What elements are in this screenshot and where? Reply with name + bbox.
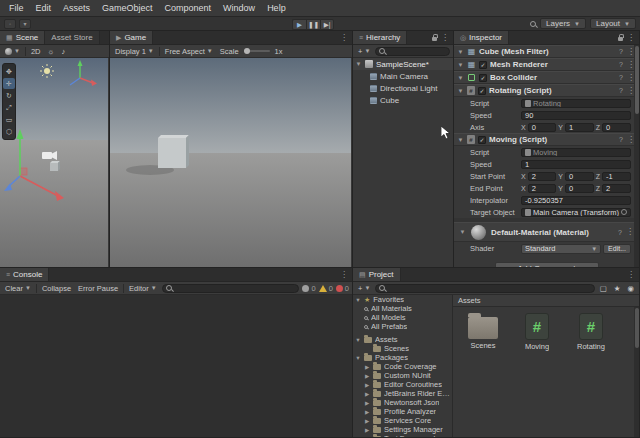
cloud-services-icon[interactable]: ▾ [19,19,31,29]
menu-help[interactable]: Help [261,3,292,13]
menu-assets[interactable]: Assets [57,3,96,13]
enabled-checkbox[interactable]: ✓ [478,136,486,144]
move-tool-icon[interactable]: ✛ [3,78,15,89]
lock-icon[interactable] [432,37,437,41]
project-scrollbar[interactable] [634,307,639,437]
script-object-field[interactable]: Rotating [521,99,631,108]
view-tool-icon[interactable]: ✥ [3,66,15,77]
component-menu-icon[interactable]: ⋮ [626,228,634,236]
tree-package-settings-manager[interactable]: ▶Settings Manager [353,425,452,434]
game-menu-icon[interactable]: ⋮ [340,34,348,42]
foldout-icon[interactable]: ▶ [364,400,370,406]
menu-edit[interactable]: Edit [30,3,58,13]
foldout-icon[interactable]: ▼ [355,297,361,303]
console-search-input[interactable] [162,284,300,293]
foldout-icon[interactable]: ▶ [364,382,370,388]
tab-console[interactable]: ≡Console [0,268,49,281]
hierarchy-search-input[interactable] [375,47,450,56]
tree-package-jetbrains-rider[interactable]: ▶JetBrains Rider Editor [353,389,452,398]
foldout-icon[interactable]: ▼ [355,337,361,343]
foldout-icon[interactable]: ▶ [364,364,370,370]
error-pause-toggle[interactable]: Error Pause [76,284,120,293]
tab-project[interactable]: ▤Project [353,268,401,281]
tree-package-code-coverage[interactable]: ▶Code Coverage [353,362,452,371]
warning-filter-toggle[interactable]: 0 [319,284,333,293]
foldout-icon[interactable]: ▶ [364,436,370,438]
component-header-mesh-renderer[interactable]: ▼ ▦ ✓ Mesh Renderer ?⋮ [454,58,639,71]
search-icon[interactable] [530,21,536,27]
menu-component[interactable]: Component [159,3,218,13]
tree-package-newtonsoft-json[interactable]: ▶Newtonsoft Json [353,398,452,407]
enabled-checkbox[interactable]: ✓ [479,61,487,69]
asset-moving-script[interactable]: # Moving [515,313,559,351]
material-header[interactable]: ▼ Default-Material (Material) ?⋮ [454,222,639,242]
help-icon[interactable]: ? [619,48,623,55]
foldout-icon[interactable]: ▶ [364,418,370,424]
tree-all-materials[interactable]: All Materials [353,304,452,313]
scene-lighting-toggle-icon[interactable]: ☼ [46,47,57,56]
help-icon[interactable]: ? [619,74,623,81]
end-z-input[interactable]: 2 [602,184,631,193]
inspector-menu-icon[interactable]: ⋮ [627,34,635,42]
enabled-checkbox[interactable]: ✓ [478,87,486,95]
start-z-input[interactable]: -1 [602,172,631,181]
foldout-icon[interactable]: ▶ [364,391,370,397]
help-icon[interactable]: ? [619,61,623,68]
axis-y-input[interactable]: 1 [565,123,594,132]
shader-dropdown[interactable]: Standard▼ [521,244,601,254]
filter-by-type-icon[interactable]: ▢ [598,284,609,293]
component-header-rotating-script[interactable]: ▼ # ✓ Rotating (Script) ?⋮ [454,84,639,97]
axis-x-input[interactable]: 0 [528,123,557,132]
menu-gameobject[interactable]: GameObject [96,3,159,13]
foldout-icon[interactable]: ▼ [355,61,362,67]
component-header-mesh-filter[interactable]: ▼ ▦ Cube (Mesh Filter) ?⋮ [454,45,639,58]
scrollbar-thumb[interactable] [635,46,639,114]
script-object-field[interactable]: Moving [521,148,631,157]
layout-dropdown[interactable]: Layout▼ [590,18,636,29]
2d-toggle[interactable]: 2D [29,47,43,56]
help-icon[interactable]: ? [619,136,623,143]
tree-favorites[interactable]: ▼★Favorites [353,295,452,304]
axis-z-input[interactable]: 0 [602,123,631,132]
hierarchy-menu-icon[interactable]: ⋮ [441,34,449,42]
end-y-input[interactable]: 0 [565,184,594,193]
shader-edit-button[interactable]: Edit... [603,244,631,254]
rect-tool-icon[interactable]: ▭ [3,114,15,125]
account-icon[interactable]: ◦ [4,19,16,29]
foldout-icon[interactable]: ▼ [457,75,464,81]
foldout-icon[interactable]: ▼ [457,49,464,55]
clear-button[interactable]: Clear▼ [3,284,33,293]
menu-file[interactable]: File [3,3,30,13]
scale-tool-icon[interactable]: ⤢ [3,102,15,113]
info-filter-toggle[interactable]: 0 [302,284,315,293]
asset-scenes-folder[interactable]: Scenes [461,313,505,351]
tree-packages[interactable]: ▼Packages [353,353,452,362]
error-filter-toggle[interactable]: 0 [336,284,349,293]
component-header-box-collider[interactable]: ▼ ✓ Box Collider ?⋮ [454,71,639,84]
project-search-input[interactable] [375,284,594,293]
target-object-field[interactable]: Main Camera (Transform) [521,208,631,217]
scale-slider[interactable] [244,50,270,52]
foldout-icon[interactable]: ▶ [364,409,370,415]
scene-view[interactable]: ✥ ✛ ↻ ⤢ ▭ ⬡ [0,58,109,267]
tab-game[interactable]: ▶Game [110,31,153,44]
tree-scenes-folder[interactable]: Scenes [353,344,452,353]
hierarchy-scene-row[interactable]: ▼ SampleScene* [353,58,453,70]
enabled-checkbox[interactable]: ✓ [479,74,487,82]
help-icon[interactable]: ? [619,87,623,94]
foldout-icon[interactable]: ▼ [355,355,361,361]
tree-all-prefabs[interactable]: All Prefabs [353,322,452,331]
create-object-button[interactable]: +▼ [356,47,372,56]
start-x-input[interactable]: 2 [528,172,557,181]
hierarchy-item-directional-light[interactable]: Directional Light [353,82,453,94]
tree-package-services-core[interactable]: ▶Services Core [353,416,452,425]
rotate-tool-icon[interactable]: ↻ [3,90,15,101]
foldout-icon[interactable]: ▶ [364,427,370,433]
foldout-icon[interactable]: ▶ [364,373,370,379]
lock-icon[interactable] [618,37,623,41]
aspect-dropdown[interactable]: Free Aspect▼ [163,47,215,56]
hierarchy-item-cube[interactable]: Cube [353,94,453,106]
tree-assets[interactable]: ▼Assets [353,335,452,344]
foldout-icon[interactable]: ▼ [457,137,464,143]
add-component-button[interactable]: Add Component [495,262,599,267]
